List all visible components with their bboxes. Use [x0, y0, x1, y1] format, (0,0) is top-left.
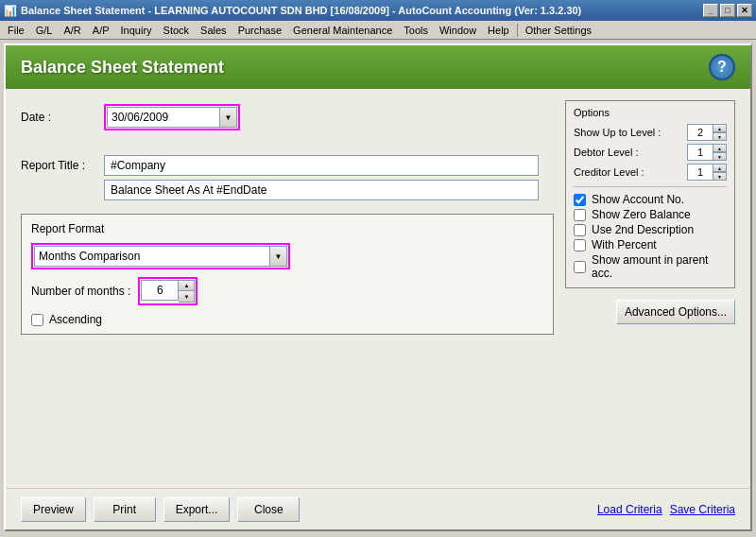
report-title-2-row [21, 180, 554, 200]
with-percent-label: With Percent [592, 238, 657, 251]
save-criteria-button[interactable]: Save Criteria [670, 503, 735, 516]
menu-window[interactable]: Window [434, 23, 482, 38]
date-dropdown-btn[interactable]: ▼ [220, 107, 237, 128]
ascending-checkbox[interactable] [31, 314, 43, 326]
months-spinbox-input[interactable] [141, 280, 179, 301]
use-2nd-checkbox[interactable] [574, 224, 586, 236]
show-up-spin-down[interactable]: ▼ [713, 132, 727, 141]
show-zero-row: Show Zero Balance [574, 208, 727, 221]
show-amount-checkbox[interactable] [574, 261, 586, 273]
date-input-container: ▼ [104, 104, 240, 130]
creditor-spinbox: ▲ ▼ [687, 164, 727, 181]
creditor-label: Creditor Level : [574, 166, 644, 178]
menu-stock[interactable]: Stock [158, 23, 196, 38]
creditor-level-row: Creditor Level : ▲ ▼ [574, 164, 727, 181]
content-area: Date : ▼ Report Title : Report Format [6, 89, 750, 488]
menu-gl[interactable]: G/L [30, 23, 59, 38]
debtor-level-row: Debtor Level : ▲ ▼ [574, 144, 727, 161]
left-panel: Date : ▼ Report Title : Report Format [21, 100, 554, 476]
show-zero-checkbox[interactable] [574, 209, 586, 221]
minimize-btn[interactable]: _ [703, 4, 718, 17]
creditor-btns: ▲ ▼ [713, 164, 727, 181]
format-dropdown-btn[interactable]: ▼ [270, 246, 287, 267]
menu-file[interactable]: File [2, 23, 30, 38]
export-button[interactable]: Export... [163, 497, 231, 522]
months-spinbox-container: ▲ ▼ [138, 277, 198, 305]
months-spin-down[interactable]: ▼ [179, 291, 194, 302]
report-title-label: Report Title : [21, 159, 96, 172]
report-format-title: Report Format [31, 222, 543, 235]
bottom-bar: Preview Print Export... Close Load Crite… [6, 488, 750, 529]
checkboxes-section: Show Account No. Show Zero Balance Use 2… [574, 186, 727, 280]
load-criteria-button[interactable]: Load Criteria [597, 503, 662, 516]
advanced-btn-container: Advanced Options... [565, 300, 735, 324]
title-bar-controls[interactable]: _ □ ✕ [703, 4, 752, 17]
debtor-spinbox: ▲ ▼ [687, 144, 727, 161]
window-title: Balance Sheet Statement [21, 58, 224, 78]
months-spinbox-btns: ▲ ▼ [179, 280, 195, 303]
preview-button[interactable]: Preview [21, 497, 86, 522]
months-spin-up[interactable]: ▲ [179, 281, 194, 291]
date-input[interactable] [107, 107, 220, 128]
creditor-input[interactable] [687, 164, 713, 181]
menu-purchase[interactable]: Purchase [232, 23, 287, 38]
debtor-label: Debtor Level : [574, 147, 638, 158]
report-format-box: Report Format ▼ Number of months : ▲ [21, 214, 554, 335]
show-account-row: Show Account No. [574, 193, 727, 206]
maximize-btn[interactable]: □ [720, 4, 735, 17]
show-account-checkbox[interactable] [574, 194, 586, 206]
show-up-spinbox: ▲ ▼ [687, 124, 727, 141]
menu-inquiry[interactable]: Inquiry [115, 23, 158, 38]
print-button[interactable]: Print [94, 497, 156, 522]
debtor-spin-up[interactable]: ▲ [713, 144, 727, 152]
months-label: Number of months : [31, 285, 130, 298]
show-up-input[interactable] [687, 124, 713, 141]
advanced-options-button[interactable]: Advanced Options... [616, 300, 735, 324]
show-amount-row: Show amount in parent acc. [574, 253, 727, 280]
ascending-label: Ascending [49, 313, 102, 326]
menu-general-maintenance[interactable]: General Maintenance [287, 23, 398, 38]
right-panel: Options Show Up to Level : ▲ ▼ Debtor Le… [565, 100, 735, 476]
with-percent-row: With Percent [574, 238, 727, 251]
window-header: Balance Sheet Statement ? [6, 45, 750, 89]
menu-ap[interactable]: A/P [87, 23, 115, 38]
menu-sales[interactable]: Sales [195, 23, 232, 38]
report-title-2-input[interactable] [104, 180, 539, 200]
months-row: Number of months : ▲ ▼ [31, 277, 543, 305]
options-group: Options Show Up to Level : ▲ ▼ Debtor Le… [565, 100, 735, 288]
format-select-container: ▼ [31, 243, 290, 269]
menu-ar[interactable]: A/R [58, 23, 86, 38]
show-up-label: Show Up to Level : [574, 127, 661, 138]
show-up-spin-up[interactable]: ▲ [713, 124, 727, 132]
menu-other-settings[interactable]: Other Settings [520, 23, 597, 38]
with-percent-checkbox[interactable] [574, 239, 586, 251]
creditor-spin-down[interactable]: ▼ [713, 172, 727, 181]
show-account-label: Show Account No. [592, 193, 684, 206]
menu-tools[interactable]: Tools [398, 23, 434, 38]
help-button[interactable]: ? [709, 54, 735, 80]
format-select-row: ▼ [31, 243, 543, 269]
debtor-input[interactable] [687, 144, 713, 161]
title-bar-text: Balance Sheet Statement - LEARNING AUTOC… [21, 5, 581, 16]
report-title-section: Report Title : [21, 155, 554, 200]
close-button[interactable]: Close [237, 497, 300, 522]
options-title: Options [574, 107, 727, 118]
format-select-input[interactable] [34, 246, 270, 267]
menu-bar: File G/L A/R A/P Inquiry Stock Sales Pur… [0, 21, 756, 40]
menu-separator [517, 24, 518, 37]
date-row: Date : ▼ [21, 104, 554, 130]
debtor-btns: ▲ ▼ [713, 144, 727, 161]
report-title-1-input[interactable] [104, 155, 539, 176]
title-bar: 📊 Balance Sheet Statement - LEARNING AUT… [0, 0, 756, 21]
date-label: Date : [21, 111, 96, 124]
close-btn[interactable]: ✕ [737, 4, 752, 17]
debtor-spin-down[interactable]: ▼ [713, 152, 727, 161]
ascending-row: Ascending [31, 313, 543, 326]
creditor-spin-up[interactable]: ▲ [713, 164, 727, 172]
main-window: Balance Sheet Statement ? Date : ▼ Repor… [4, 43, 752, 531]
menu-help[interactable]: Help [482, 23, 515, 38]
show-amount-label: Show amount in parent acc. [592, 253, 727, 280]
use-2nd-row: Use 2nd Description [574, 223, 727, 236]
show-up-level-row: Show Up to Level : ▲ ▼ [574, 124, 727, 141]
show-up-btns: ▲ ▼ [713, 124, 727, 141]
